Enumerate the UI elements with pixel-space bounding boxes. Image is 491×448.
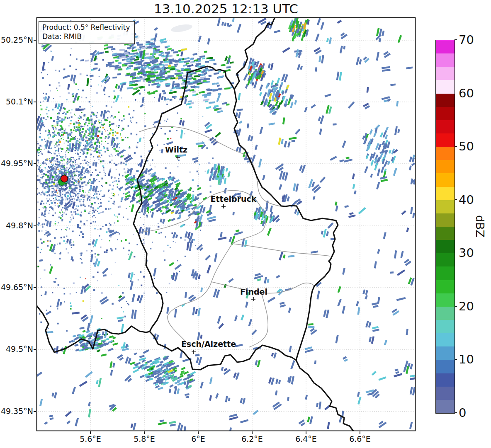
colorbar-tick-label: 0 (459, 406, 466, 420)
city-plus-marker (221, 204, 226, 208)
colorbar-segment (436, 400, 455, 413)
y-tick-mark (34, 40, 36, 41)
france-germany-border (296, 360, 353, 431)
y-tick-label: 49.35°N (0, 407, 33, 416)
colorbar-segment (436, 280, 455, 293)
colorbar-segment (436, 107, 455, 120)
y-tick-label: 49.95°N (0, 159, 33, 168)
colorbar-segment (436, 53, 455, 67)
product-line: Product: 0.5° Reflectivity (42, 23, 130, 32)
colorbar-unit-label: dBZ (474, 215, 486, 237)
colorbar-segment (436, 373, 455, 387)
radar-map-figure: 13.10.2025 12:13 UTC (0, 0, 491, 448)
x-tick-mark (144, 431, 145, 434)
x-tick-label: 5.8°E (134, 434, 155, 443)
luxembourg-border (134, 66, 338, 370)
map-canvas (0, 0, 491, 448)
colorbar-tick-label: 50 (459, 139, 474, 153)
colorbar-segment (436, 293, 455, 307)
y-tick-label: 49.5°N (0, 344, 33, 354)
colorbar-segment (436, 120, 455, 133)
colorbar-segment (436, 266, 455, 280)
radar-dot (61, 175, 68, 182)
colorbar-tick-label: 70 (459, 33, 474, 47)
colorbar-segment (436, 94, 455, 107)
colorbar-tick-label: 20 (459, 299, 474, 313)
city-label: Esch/Alzette (181, 339, 236, 349)
belgium-germany-border (234, 17, 275, 89)
colorbar-tick-label: 30 (459, 246, 474, 260)
x-tick-mark (252, 431, 253, 434)
y-tick-mark (34, 102, 36, 102)
y-tick-mark (34, 225, 36, 226)
colorbar-segment (436, 253, 455, 266)
colorbar-segment (436, 147, 455, 160)
colorbar-segment (436, 346, 455, 360)
colorbar-segment (436, 133, 455, 147)
x-tick-label: 5.6°E (80, 434, 101, 443)
x-tick-label: 6.6°E (349, 434, 371, 443)
x-tick-mark (306, 431, 306, 434)
city-label: Wiltz (165, 145, 187, 154)
colorbar-segment (436, 387, 455, 400)
x-tick-label: 6.2°E (241, 434, 263, 443)
x-tick-mark (198, 431, 199, 434)
city-label: Ettelbruck (211, 194, 257, 203)
colorbar-segment (436, 307, 455, 320)
y-tick-label: 49.8°N (0, 221, 33, 230)
colorbar-segment (436, 227, 455, 240)
colorbar (435, 40, 455, 414)
colorbar-segment (436, 173, 455, 186)
product-info-box: Product: 0.5° Reflectivity Data: RMIB (39, 21, 135, 44)
colorbar-segment (436, 360, 455, 373)
colorbar-segment (436, 240, 455, 253)
x-tick-label: 6.4°E (295, 434, 317, 443)
y-tick-mark (34, 411, 36, 412)
radar-echo-layer (35, 17, 418, 432)
colorbar-tick-label: 40 (459, 193, 474, 207)
colorbar-tick-label: 60 (459, 86, 474, 100)
colorbar-segment (436, 80, 455, 93)
y-tick-label: 49.65°N (0, 283, 33, 292)
x-tick-label: 6°E (191, 434, 205, 443)
x-tick-mark (90, 431, 91, 434)
x-tick-mark (360, 431, 360, 434)
y-tick-mark (34, 349, 36, 350)
city-label: Findel (240, 287, 267, 296)
city-plus-marker (192, 350, 196, 354)
colorbar-segment (436, 67, 455, 80)
colorbar-segment (436, 160, 455, 173)
colorbar-segment (436, 213, 455, 227)
colorbar-segment (436, 200, 455, 213)
colorbar-segment (436, 320, 455, 333)
colorbar-segment (436, 187, 455, 200)
colorbar-segment (436, 333, 455, 346)
data-source-line: Data: RMIB (42, 32, 130, 41)
y-tick-label: 50.25°N (0, 35, 33, 44)
colorbar-segment (436, 40, 455, 53)
y-tick-label: 50.1°N (0, 97, 33, 106)
y-tick-mark (34, 163, 36, 164)
y-tick-mark (34, 287, 36, 288)
colorbar-tick-label: 10 (459, 352, 474, 366)
